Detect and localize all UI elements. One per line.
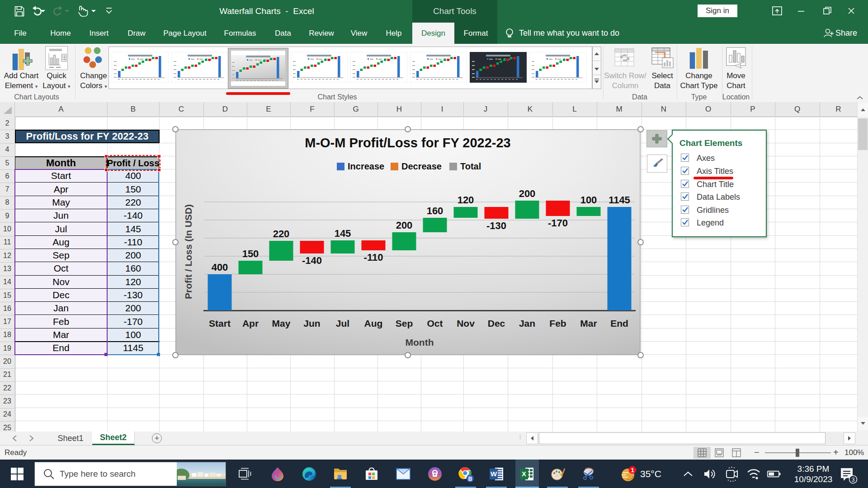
svg-text:Oct: Oct (427, 318, 443, 328)
svg-text:Increase: Increase (348, 161, 384, 171)
svg-text:Total: Total (460, 161, 481, 171)
svg-text:Mar: Mar (580, 318, 597, 328)
svg-text:W: W (491, 470, 497, 478)
svg-text:-130: -130 (486, 220, 506, 231)
svg-text:Sep: Sep (396, 318, 413, 328)
svg-text:Profit / Loss (In USD): Profit / Loss (In USD) (183, 204, 193, 299)
svg-text:150: 150 (242, 248, 259, 259)
svg-text:Aug: Aug (364, 318, 383, 328)
svg-text:Jun: Jun (303, 318, 320, 328)
svg-text:220: 220 (273, 228, 290, 239)
svg-text:145: 145 (335, 228, 351, 239)
svg-text:Start: Start (209, 318, 231, 328)
svg-text:-170: -170 (548, 217, 568, 229)
svg-text:Jul: Jul (336, 318, 349, 328)
svg-text:Jan: Jan (519, 318, 535, 328)
svg-text:3: 3 (851, 476, 854, 483)
svg-text:X: X (522, 470, 526, 478)
svg-text:160: 160 (427, 205, 443, 216)
svg-text:Decrease: Decrease (401, 161, 442, 171)
svg-text:M-O-M Profit/Loss for FY 2022-: M-O-M Profit/Loss for FY 2022-23 (305, 136, 511, 150)
svg-text:100: 100 (580, 194, 597, 206)
svg-text:200: 200 (519, 188, 536, 199)
svg-text:Month: Month (406, 337, 434, 347)
svg-text:B: B (468, 476, 472, 482)
svg-text:Feb: Feb (549, 318, 566, 328)
svg-text:-110: -110 (364, 252, 383, 263)
svg-text:120: 120 (458, 194, 474, 206)
svg-text:Dec: Dec (488, 318, 505, 328)
svg-text:-140: -140 (302, 255, 322, 266)
svg-text:400: 400 (212, 262, 228, 273)
svg-text:Nov: Nov (457, 318, 475, 328)
svg-text:1: 1 (631, 467, 634, 474)
svg-text:Apr: Apr (242, 318, 259, 328)
svg-text:1145: 1145 (609, 194, 630, 206)
svg-text:200: 200 (396, 220, 413, 231)
svg-text:End: End (610, 318, 628, 328)
svg-text:May: May (272, 318, 291, 328)
